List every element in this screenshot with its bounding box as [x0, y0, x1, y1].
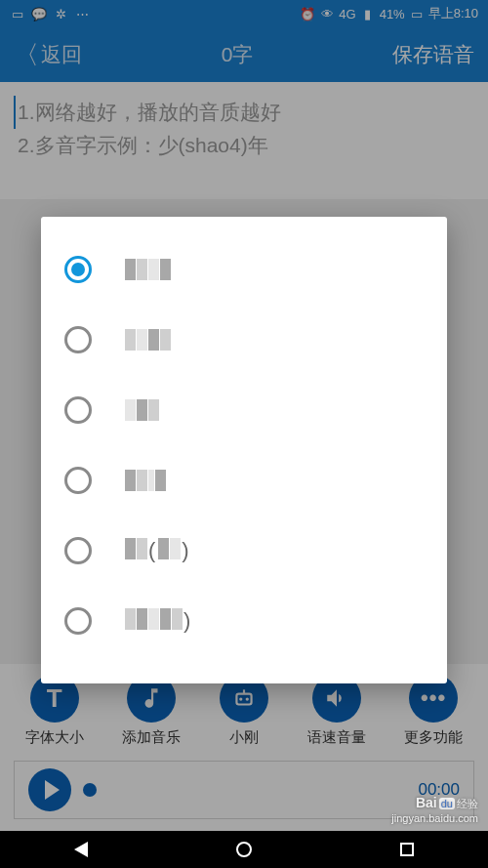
voice-option-label-blurred	[125, 329, 171, 351]
voice-option-0[interactable]	[41, 234, 447, 305]
nav-recent-button[interactable]	[400, 843, 414, 856]
radio-icon	[64, 326, 92, 353]
radio-icon	[64, 537, 92, 564]
radio-icon	[64, 256, 92, 283]
voice-option-label-blurred	[125, 470, 166, 491]
voice-option-label-blurred: ()	[125, 538, 191, 563]
nav-home-button[interactable]	[236, 842, 252, 857]
voice-option-4[interactable]: ()	[41, 516, 447, 586]
radio-icon	[64, 467, 92, 494]
android-nav-bar	[0, 831, 488, 868]
voice-option-3[interactable]	[41, 445, 447, 516]
voice-option-1[interactable]	[41, 305, 447, 375]
voice-option-5[interactable]: )	[41, 586, 447, 656]
radio-icon	[64, 607, 92, 635]
voice-option-label-blurred	[125, 399, 159, 421]
baidu-watermark: Baidu经验 jingyan.baidu.com	[391, 794, 478, 825]
voice-option-2[interactable]	[41, 375, 447, 445]
nav-back-button[interactable]	[74, 842, 88, 857]
voice-selection-modal: () )	[41, 217, 447, 683]
voice-option-label-blurred	[125, 259, 171, 280]
voice-option-label-blurred: )	[125, 608, 192, 634]
radio-icon	[64, 396, 92, 424]
